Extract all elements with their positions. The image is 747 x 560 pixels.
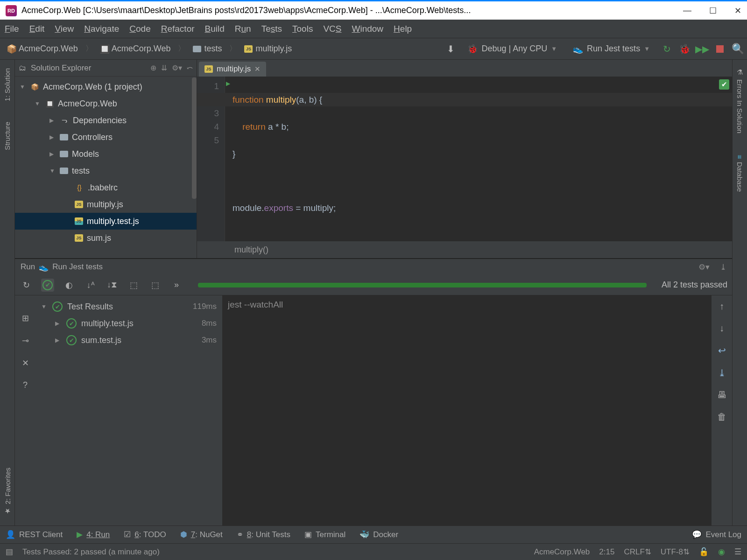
scrollbar-thumb[interactable] bbox=[192, 77, 197, 199]
tree-file-multiply-test[interactable]: JSmultiply.test.js bbox=[15, 213, 197, 230]
tree-folder-controllers[interactable]: Controllers bbox=[15, 129, 197, 146]
inspection-indicator-icon[interactable]: ◉ bbox=[718, 547, 725, 557]
test-results-tree[interactable]: ✔ Test Results 119ms ✔ multiply.test.js … bbox=[35, 295, 222, 525]
hide-icon[interactable]: ⤺ bbox=[187, 63, 193, 72]
expand-all-button[interactable]: ⬚ bbox=[127, 279, 140, 292]
sort-by-duration-button[interactable]: ↓⧗ bbox=[106, 279, 119, 292]
down-button[interactable]: ↓ bbox=[719, 323, 724, 334]
tree-project[interactable]: 🔲AcmeCorp.Web bbox=[15, 95, 197, 112]
tab-multiply-js[interactable]: JS multiply.js ✕ bbox=[199, 62, 266, 77]
expand-arrow-icon[interactable] bbox=[41, 303, 48, 310]
tab-rest-client[interactable]: 👤REST Client bbox=[6, 530, 63, 539]
target-icon[interactable]: ⊕ bbox=[150, 63, 156, 72]
menu-help[interactable]: Help bbox=[394, 24, 412, 34]
test-suite-multiply[interactable]: ✔ multiply.test.js 8ms bbox=[35, 315, 222, 332]
tab-run[interactable]: ▶4: Run bbox=[77, 530, 110, 539]
help-button[interactable]: ? bbox=[23, 380, 28, 390]
run-button[interactable]: ↻ bbox=[661, 43, 672, 55]
run-with-coverage-button[interactable]: ▶▶ bbox=[697, 43, 708, 55]
tab-database[interactable]: ≡ Database bbox=[735, 151, 745, 196]
sort-alphabetically-button[interactable]: ↓ᴬ bbox=[84, 279, 97, 292]
tree-file-multiply[interactable]: JSmultiply.js bbox=[15, 196, 197, 213]
more-button[interactable]: » bbox=[170, 279, 183, 292]
pin-button[interactable]: ⊸ bbox=[22, 336, 29, 346]
collapse-all-icon[interactable]: ⇊ bbox=[161, 63, 167, 72]
code-content[interactable]: function multiply(a, b) { return a * b; … bbox=[225, 77, 732, 241]
download-icon[interactable]: ⤓ bbox=[720, 262, 726, 272]
menu-refactor[interactable]: Refactor bbox=[161, 24, 195, 34]
expand-arrow-icon[interactable] bbox=[55, 320, 62, 327]
clear-button[interactable]: 🗑 bbox=[717, 412, 726, 422]
event-log-button[interactable]: 💬Event Log bbox=[692, 530, 741, 539]
tab-unit-tests[interactable]: ⚭8: Unit Tests bbox=[237, 530, 290, 539]
print-button[interactable]: 🖶 bbox=[717, 390, 726, 400]
test-root-node[interactable]: ✔ Test Results 119ms bbox=[35, 298, 222, 315]
tree-folder-models[interactable]: Models bbox=[15, 146, 197, 162]
inspection-ok-icon[interactable]: ✔ bbox=[719, 79, 729, 90]
build-config-dropdown[interactable]: 🐞 Debug | Any CPU ▼ bbox=[463, 43, 562, 55]
lock-icon[interactable]: 🔓 bbox=[699, 547, 709, 557]
settings-icon[interactable]: ⚙▾ bbox=[172, 63, 182, 72]
console-output[interactable]: jest --watchAll bbox=[222, 295, 712, 525]
soft-wrap-button[interactable]: ↩ bbox=[718, 345, 726, 356]
status-line-ending[interactable]: CRLF⇅ bbox=[624, 547, 651, 557]
tool-windows-icon[interactable]: ▤ bbox=[6, 547, 13, 557]
tree-folder-tests[interactable]: tests bbox=[15, 162, 197, 179]
breadcrumb-folder[interactable]: tests bbox=[189, 42, 226, 55]
menu-navigate[interactable]: Navigate bbox=[84, 24, 119, 34]
expand-arrow-icon[interactable] bbox=[55, 337, 62, 343]
status-project[interactable]: AcmeCorp.Web bbox=[534, 547, 590, 557]
stop-button[interactable] bbox=[714, 43, 726, 55]
menu-vcs[interactable]: VCS bbox=[323, 24, 341, 34]
menu-code[interactable]: Code bbox=[129, 24, 150, 34]
tree-dependencies[interactable]: ᓓDependencies bbox=[15, 112, 197, 129]
menu-build[interactable]: Build bbox=[205, 24, 225, 34]
menu-tools[interactable]: Tools bbox=[292, 24, 313, 34]
breadcrumb-file[interactable]: JSmultiply.js bbox=[240, 42, 296, 55]
collapse-all-button[interactable]: ⬚ bbox=[148, 279, 162, 292]
solution-tree[interactable]: 📦AcmeCorp.Web (1 project) 🔲AcmeCorp.Web … bbox=[15, 77, 197, 258]
breadcrumb-solution[interactable]: 📦AcmeCorp.Web bbox=[4, 42, 82, 55]
breadcrumb-project[interactable]: 🔲AcmeCorp.Web bbox=[97, 42, 175, 55]
tab-docker[interactable]: 🐳Docker bbox=[359, 530, 398, 539]
tab-structure[interactable]: Structure bbox=[2, 118, 12, 154]
tree-label: AcmeCorp.Web (1 project) bbox=[43, 82, 142, 92]
search-everywhere-button[interactable]: 🔍 bbox=[732, 43, 743, 55]
tab-favorites[interactable]: ★ 2: Favorites bbox=[2, 464, 13, 519]
code-editor[interactable]: 12345 ▶ function multiply(a, b) { return… bbox=[197, 77, 732, 241]
menu-edit[interactable]: Edit bbox=[29, 24, 45, 34]
tab-todo[interactable]: ☑6: TODO bbox=[124, 530, 166, 539]
status-cursor-position[interactable]: 2:15 bbox=[599, 547, 614, 557]
tab-solution[interactable]: 1: Solution bbox=[2, 64, 12, 105]
menu-file[interactable]: File bbox=[5, 24, 19, 34]
show-passed-toggle[interactable]: ✔ bbox=[41, 279, 54, 292]
menu-view[interactable]: View bbox=[55, 24, 74, 34]
menu-run[interactable]: Run bbox=[235, 24, 251, 34]
editor-breadcrumb[interactable]: multiply() bbox=[197, 241, 732, 258]
menu-window[interactable]: Window bbox=[352, 24, 384, 34]
up-button[interactable]: ↑ bbox=[719, 301, 724, 312]
scroll-to-end-button[interactable]: ⤓ bbox=[718, 367, 726, 378]
show-ignored-toggle[interactable]: ◐ bbox=[63, 279, 76, 292]
rerun-button[interactable]: ↻ bbox=[20, 279, 33, 292]
tree-file-sum[interactable]: JSsum.js bbox=[15, 230, 197, 246]
test-suite-sum[interactable]: ✔ sum.test.js 3ms bbox=[35, 332, 222, 349]
maximize-button[interactable]: ☐ bbox=[709, 6, 717, 16]
minimize-button[interactable]: — bbox=[683, 6, 691, 16]
close-button[interactable]: ✕ bbox=[22, 358, 29, 368]
menu-tests[interactable]: Tests bbox=[261, 24, 282, 34]
tree-solution-root[interactable]: 📦AcmeCorp.Web (1 project) bbox=[15, 78, 197, 95]
tab-errors[interactable]: ⚗ Errors In Solution bbox=[735, 64, 745, 137]
tree-file-babelrc[interactable]: {}.babelrc bbox=[15, 179, 197, 196]
tab-nuget[interactable]: ⬢7: NuGet bbox=[180, 530, 223, 539]
close-button[interactable]: ✕ bbox=[734, 6, 741, 16]
layout-button[interactable]: ⊞ bbox=[22, 313, 29, 323]
status-encoding[interactable]: UTF-8⇅ bbox=[661, 547, 690, 557]
debug-button[interactable]: 🐞 bbox=[679, 43, 690, 55]
close-tab-icon[interactable]: ✕ bbox=[254, 65, 261, 73]
run-config-dropdown[interactable]: 👟 Run Jest tests ▼ bbox=[568, 43, 655, 55]
memory-indicator-icon[interactable]: ☰ bbox=[734, 547, 741, 557]
build-icon[interactable]: ⬇ bbox=[445, 43, 456, 55]
settings-icon[interactable]: ⚙▾ bbox=[698, 262, 710, 272]
tab-terminal[interactable]: ▣Terminal bbox=[304, 530, 345, 539]
